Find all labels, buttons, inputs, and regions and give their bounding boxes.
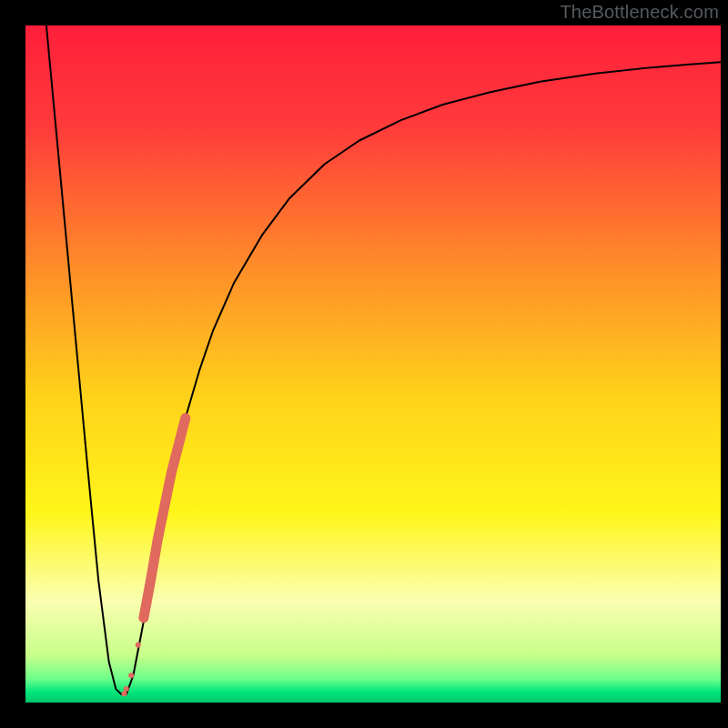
highlight-dot (167, 468, 176, 477)
bottleneck-chart (0, 0, 728, 728)
highlight-dot (181, 414, 190, 423)
plot-background (25, 25, 721, 703)
highlight-dot (136, 642, 141, 648)
watermark-text: TheBottleneck.com (560, 2, 719, 23)
highlight-dot (128, 672, 134, 678)
highlight-dot (153, 535, 162, 544)
highlight-dot (121, 691, 126, 696)
highlight-dot (139, 613, 148, 622)
highlight-dot (160, 501, 169, 511)
highlight-dot (147, 576, 156, 585)
highlight-dot (174, 440, 183, 450)
chart-container: TheBottleneck.com (0, 0, 728, 728)
highlight-dot (124, 686, 129, 692)
